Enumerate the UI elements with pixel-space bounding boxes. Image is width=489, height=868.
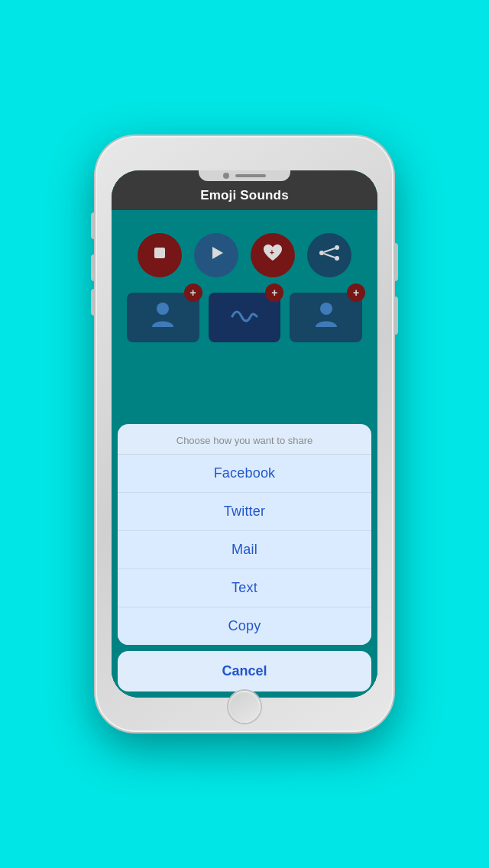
- main-content: +: [112, 210, 377, 698]
- mail-option[interactable]: Mail: [118, 531, 371, 569]
- action-sheet: Choose how you want to share Facebook Tw…: [112, 424, 377, 698]
- home-button[interactable]: [228, 691, 261, 723]
- phone-notch: [199, 170, 290, 181]
- phone-screen: Emoji Sounds: [112, 170, 377, 698]
- camera-dot: [223, 173, 229, 179]
- action-sheet-title: Choose how you want to share: [118, 424, 371, 455]
- facebook-option[interactable]: Facebook: [118, 455, 371, 493]
- action-sheet-overlay: Choose how you want to share Facebook Tw…: [112, 210, 377, 698]
- action-sheet-main: Choose how you want to share Facebook Tw…: [118, 424, 371, 645]
- phone-frame: Emoji Sounds: [96, 136, 393, 732]
- text-option[interactable]: Text: [118, 569, 371, 607]
- speaker-bar: [235, 174, 266, 177]
- phone-reflection: [130, 740, 359, 778]
- copy-option[interactable]: Copy: [118, 607, 371, 645]
- phone-screen-border: Emoji Sounds: [112, 170, 377, 698]
- app-title: Emoji Sounds: [200, 188, 289, 203]
- cancel-button[interactable]: Cancel: [118, 651, 371, 691]
- twitter-option[interactable]: Twitter: [118, 493, 371, 531]
